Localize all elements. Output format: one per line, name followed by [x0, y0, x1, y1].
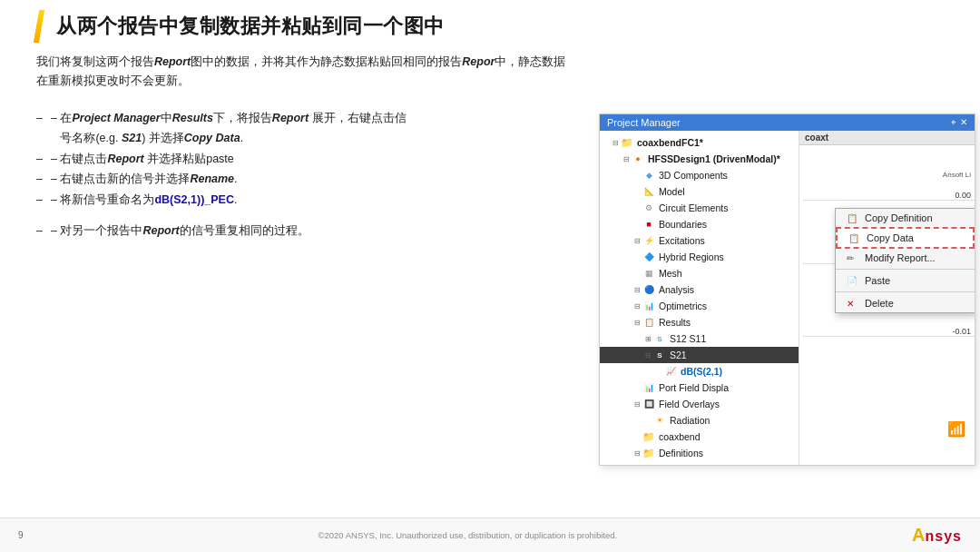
header-accent-bar	[34, 10, 44, 43]
tree-item-radiation[interactable]: ☀ Radiation	[600, 412, 799, 429]
ctx-delete-icon: ✕	[847, 299, 859, 309]
tree-label: coaxbendFC1*	[637, 137, 703, 148]
boundary-icon: ■	[642, 217, 656, 232]
excitation-icon: ⚡	[642, 233, 656, 248]
definitions-icon: 📁	[642, 446, 656, 460]
tree-expand-icon: ⊟	[643, 351, 652, 360]
tree-label: Boundaries	[659, 219, 707, 230]
tree-label: Analysis	[659, 284, 694, 295]
pm-controls: ⌖ ✕	[951, 117, 967, 128]
folder-icon: 📁	[642, 429, 656, 444]
close-icon[interactable]: ✕	[960, 117, 967, 128]
context-menu: 📋 Copy Definition 📋 Copy Data ✏ Modify R…	[835, 208, 975, 313]
ctx-modify-icon: ✏	[847, 253, 859, 263]
pm-titlebar: Project Manager ⌖ ✕	[600, 114, 975, 131]
ctx-copy-definition-label: Copy Definition	[865, 212, 933, 223]
ctx-modify-label: Modify Report...	[865, 252, 936, 263]
tree-item-model[interactable]: 📐 Model	[600, 183, 799, 200]
tree-item-results[interactable]: ⊟ 📋 Results	[600, 314, 799, 330]
chart-title: coaxt	[799, 131, 975, 145]
tree-item-mesh[interactable]: ▦ Mesh	[600, 265, 799, 281]
tree-item-port-field[interactable]: 📊 Port Field Displa	[600, 380, 799, 396]
ctx-copy-data-label: Copy Data	[867, 232, 914, 243]
tree-label: coaxbend	[659, 431, 701, 442]
port-field-icon: 📊	[642, 380, 656, 395]
tree-expand-icon: ⊟	[632, 286, 642, 294]
optimetrics-icon: 📊	[642, 299, 656, 313]
tree-item-excitations[interactable]: ⊟ ⚡ Excitations	[600, 232, 799, 249]
chart-line-1	[803, 200, 975, 201]
ctx-copy-definition[interactable]: 📋 Copy Definition	[836, 209, 975, 227]
pm-tree: ⊟ 📁 coaxbendFC1* ⊟ ● HFSSDesign1 (Driven…	[600, 131, 799, 465]
ctx-modify-report[interactable]: ✏ Modify Report...	[836, 249, 975, 267]
footer: 9 ©2020 ANSYS, Inc. Unauthorized use, di…	[0, 518, 980, 552]
tree-label: S21	[670, 350, 687, 360]
tree-label: Circuit Elements	[659, 202, 728, 213]
tree-label: S12 S11	[670, 333, 706, 344]
signal-icon: 📶	[947, 420, 965, 438]
tree-item-s21[interactable]: ⊟ S S21	[600, 347, 799, 363]
chart-value-3: -0.01	[952, 327, 971, 336]
tree-item-circuit[interactable]: ⚙ Circuit Elements	[600, 200, 799, 216]
tree-label: Hybrid Regions	[659, 251, 724, 262]
ansys-logo: A nsys	[912, 525, 962, 546]
tree-expand-icon: ⊟	[632, 237, 642, 245]
copyright-text: ©2020 ANSYS, Inc. Unauthorized use, dist…	[24, 530, 913, 540]
tree-item-3d[interactable]: ◆ 3D Components	[600, 167, 799, 183]
ctx-paste[interactable]: 📄 Paste	[836, 271, 975, 290]
tree-item-coaxbend[interactable]: ⊟ 📁 coaxbendFC1*	[600, 134, 799, 151]
tree-label: Mesh	[659, 268, 682, 279]
s-param-icon: S	[652, 331, 667, 346]
tree-expand-icon: ⊟	[632, 302, 642, 310]
ctx-delete[interactable]: ✕ Delete	[836, 294, 975, 312]
tree-label: Field Overlays	[659, 399, 720, 409]
tree-item-coaxbend-sub[interactable]: 📁 coaxbend	[600, 429, 799, 445]
tree-item-hfss[interactable]: ⊟ ● HFSSDesign1 (DrivenModal)*	[600, 151, 799, 167]
results-icon: 📋	[642, 315, 656, 330]
hfss-icon: ●	[631, 152, 645, 166]
radiation-icon: ☀	[652, 413, 667, 428]
header-bar: 从两个报告中复制数据并粘贴到同一个图中	[0, 0, 980, 53]
tree-expand-icon: ⊟	[622, 155, 631, 163]
tree-label: Results	[659, 317, 691, 328]
mesh-icon: ▦	[642, 266, 656, 281]
tree-item-field-overlays[interactable]: ⊟ 🔲 Field Overlays	[600, 396, 799, 412]
tree-label: Excitations	[659, 235, 705, 246]
tree-item-hybrid[interactable]: 🔷 Hybrid Regions	[600, 249, 799, 265]
tree-label: Optimetrics	[659, 301, 707, 311]
tree-item-db-s21[interactable]: 📈 dB(S(2,1)	[600, 363, 799, 380]
circuit-icon: ⚙	[642, 201, 656, 215]
folder-icon: 📁	[620, 135, 634, 150]
project-manager-panel: Project Manager ⌖ ✕ ⊟ 📁 coaxbendFC1* ⊟ ●	[599, 113, 975, 466]
ctx-paste-icon: 📄	[847, 276, 859, 286]
component-icon: ◆	[642, 168, 656, 182]
intro-paragraph: 我们将复制这两个报告Report图中的数据，并将其作为静态数据粘贴回相同的报告R…	[36, 53, 581, 92]
ctx-copy-data[interactable]: 📋 Copy Data	[836, 227, 975, 249]
ansys-logo-a: A	[912, 525, 925, 546]
tree-item-boundaries[interactable]: ■ Boundaries	[600, 216, 799, 232]
tree-item-definitions[interactable]: ⊟ 📁 Definitions	[600, 445, 799, 461]
tree-item-analysis[interactable]: ⊟ 🔵 Analysis	[600, 281, 799, 298]
tree-item-optimetrics[interactable]: ⊟ 📊 Optimetrics	[600, 298, 799, 314]
ansoft-label: Ansoft Li	[943, 171, 971, 179]
pin-icon[interactable]: ⌖	[951, 117, 956, 128]
tree-label: Port Field Displa	[659, 382, 729, 393]
ctx-separator-2	[836, 291, 975, 292]
tree-expand-icon: ⊟	[632, 400, 642, 409]
ansys-logo-text: nsys	[926, 528, 962, 545]
page-title: 从两个报告中复制数据并粘贴到同一个图中	[56, 13, 445, 40]
pm-title-label: Project Manager	[607, 117, 681, 128]
pm-chart-area: coaxt Ansoft Li 0.00 -0.00 -0.01 📶 �	[799, 131, 975, 465]
intro-bold1: Report	[154, 55, 191, 68]
tree-label: HFSSDesign1 (DrivenModal)*	[648, 153, 780, 164]
analysis-icon: 🔵	[642, 282, 656, 297]
chart-line-3	[803, 336, 975, 337]
ctx-separator	[836, 269, 975, 270]
tree-expand-icon: ⊞	[643, 335, 652, 343]
tree-label: Radiation	[670, 415, 710, 426]
db-icon: 📈	[663, 364, 678, 379]
model-icon: 📐	[642, 184, 656, 199]
tree-label: Definitions	[659, 448, 703, 458]
field-overlay-icon: 🔲	[642, 397, 656, 411]
tree-item-s12s11[interactable]: ⊞ S S12 S11	[600, 330, 799, 347]
